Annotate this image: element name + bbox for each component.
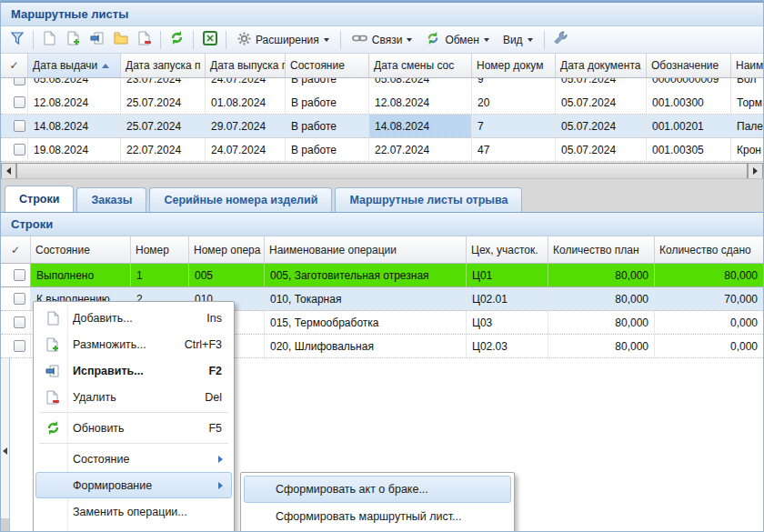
column-header-operation-number[interactable]: Номер опера	[189, 236, 265, 264]
view-menu-button[interactable]: Вид	[497, 32, 539, 48]
row-checkbox[interactable]	[14, 144, 25, 156]
column-header-operation-name[interactable]: Наименование операции	[265, 236, 467, 264]
shortcut-label: Del	[205, 391, 231, 404]
checkmark-icon: ✓	[9, 59, 18, 72]
cell-start-date: 23.07.2024	[121, 78, 206, 91]
submenu-arrow-icon	[218, 456, 223, 463]
column-header-doc-number[interactable]: Номер докум	[472, 54, 556, 78]
gear-icon	[237, 32, 251, 48]
column-header-workshop[interactable]: Цех, участок.	[467, 236, 548, 264]
new-document-icon	[36, 311, 69, 326]
page-title: Маршрутные листы	[11, 7, 128, 21]
formation-submenu: Сформировать акт о браке... Сформировать…	[240, 472, 515, 532]
chain-link-icon	[352, 33, 367, 46]
column-header-name[interactable]: Наим	[731, 54, 763, 78]
table-row-completed[interactable]: Выполнено 1 005 005, Заготовительная отр…	[1, 264, 763, 287]
chevron-down-icon	[324, 38, 329, 42]
exchange-menu-label: Обмен	[445, 34, 479, 46]
filter-button[interactable]	[5, 29, 28, 51]
tab-route-sheets-otryva[interactable]: Маршрутные листы отрыва	[335, 187, 522, 212]
column-header-state[interactable]: Состояние	[31, 236, 131, 264]
cell-workshop: Ц03	[467, 311, 548, 334]
cell-start-date: 25.07.2024	[121, 91, 206, 114]
add-button[interactable]	[38, 29, 61, 51]
settings-button[interactable]	[549, 29, 572, 51]
row-checkbox[interactable]	[14, 293, 25, 305]
table-row[interactable]: 19.08.2024 22.07.2024 24.07.2024 В работ…	[1, 138, 763, 162]
submenu-item-defect-act[interactable]: Сформировать акт о браке...	[244, 476, 511, 503]
table-row[interactable]: 12.08.2024 25.07.2024 01.08.2024 В работ…	[1, 91, 763, 115]
scroll-right-button[interactable]	[748, 163, 763, 179]
cell-qty-done: 80,000	[655, 264, 763, 286]
menu-item-state[interactable]: Состояние	[35, 446, 232, 472]
duplicate-button[interactable]	[62, 29, 85, 51]
export-excel-button[interactable]	[198, 29, 221, 51]
horizontal-scrollbar[interactable]	[1, 162, 763, 178]
row-checkbox[interactable]	[14, 96, 25, 108]
exchange-menu-button[interactable]: Обмен	[419, 29, 496, 50]
arrow-left-icon	[6, 167, 11, 175]
cell-state: В работе	[286, 78, 369, 91]
open-button[interactable]	[109, 29, 132, 51]
panel-splitter[interactable]	[1, 358, 10, 531]
links-menu-button[interactable]: Связи	[346, 31, 419, 48]
column-header-qty-plan[interactable]: Количество план	[548, 236, 655, 264]
cell-state: В работе	[286, 138, 369, 161]
context-menu: Добавить... Ins Размножить... Ctrl+F3 Ис…	[33, 301, 235, 532]
select-all-header[interactable]: ✓	[1, 54, 28, 78]
tab-serial-numbers[interactable]: Серийные номера изделий	[149, 187, 332, 212]
checkmark-icon: ✓	[11, 244, 20, 256]
cell-start-date: 22.07.2024	[121, 138, 206, 161]
menu-item-add[interactable]: Добавить... Ins	[35, 305, 232, 331]
tab-stroki[interactable]: Строки	[5, 186, 74, 212]
cell-state-change-date: 12.08.2024	[369, 91, 472, 114]
table-row-selected[interactable]: 14.08.2024 25.07.2024 29.07.2024 В работ…	[1, 115, 763, 138]
menu-item-replace-operations[interactable]: Заменить операции...	[35, 498, 232, 525]
exchange-icon	[426, 31, 440, 48]
menu-item-duplicate[interactable]: Размножить... Ctrl+F3	[35, 331, 232, 357]
refresh-button[interactable]	[166, 29, 188, 51]
delete-button[interactable]	[133, 29, 156, 51]
column-header-state-change-date[interactable]: Дата смены сос	[369, 54, 472, 78]
chevron-down-icon	[528, 38, 533, 42]
scroll-left-button[interactable]	[1, 163, 16, 179]
sort-ascending-icon	[102, 64, 109, 68]
menu-item-delete[interactable]: Удалить Del	[35, 384, 232, 410]
table-row-clipped[interactable]: 05.08.2024 23.07.2024 24.07.2024 В работ…	[1, 78, 763, 91]
row-checkbox[interactable]	[14, 316, 25, 328]
edit-icon	[90, 31, 105, 49]
cell-doc-number: 20	[472, 91, 556, 114]
column-header-designation[interactable]: Обозначение	[647, 54, 731, 78]
scrollbar-thumb[interactable]	[16, 163, 748, 179]
column-header-number[interactable]: Номер	[131, 236, 189, 264]
cell-state-change-date: 22.07.2024	[369, 138, 472, 161]
cell-doc-number: 47	[472, 138, 556, 161]
column-header-doc-date[interactable]: Дата документа	[556, 54, 647, 78]
select-all-header[interactable]: ✓	[1, 236, 31, 264]
cell-designation: 00000000009	[647, 78, 731, 91]
row-checkbox[interactable]	[14, 120, 25, 132]
cell-doc-date: 05.07.2024	[556, 138, 647, 161]
column-header-state[interactable]: Состояние	[286, 54, 369, 78]
column-header-start-date[interactable]: Дата запуска п	[121, 54, 206, 78]
column-header-qty-done[interactable]: Количество сдано	[655, 236, 763, 264]
section-title-bar: Строки	[1, 212, 763, 236]
row-checkbox[interactable]	[14, 78, 25, 85]
row-checkbox[interactable]	[14, 269, 25, 281]
cell-operation-name: 020, Шлифовальная	[265, 335, 467, 357]
row-checkbox[interactable]	[14, 340, 25, 352]
menu-item-formation[interactable]: Формирование	[35, 472, 232, 498]
tab-zakazy[interactable]: Заказы	[76, 187, 146, 212]
menu-item-refresh[interactable]: Обновить F5	[35, 415, 232, 441]
cell-state: В работе	[286, 91, 369, 114]
edit-button[interactable]	[85, 29, 108, 51]
extensions-menu-button[interactable]: Расширения	[231, 30, 336, 50]
submenu-item-route-sheet[interactable]: Сформировать маршрутный лист...	[244, 503, 511, 530]
shortcut-label: Ins	[206, 312, 231, 325]
toolbar-separator	[226, 31, 226, 49]
column-header-issue-date[interactable]: Дата выдачи	[28, 54, 121, 78]
menu-item-edit[interactable]: Исправить... F2	[35, 357, 232, 384]
column-header-release-date[interactable]: Дата выпуска п	[206, 54, 286, 78]
shortcut-label: Ctrl+F3	[185, 338, 231, 351]
section-title: Строки	[11, 217, 53, 231]
